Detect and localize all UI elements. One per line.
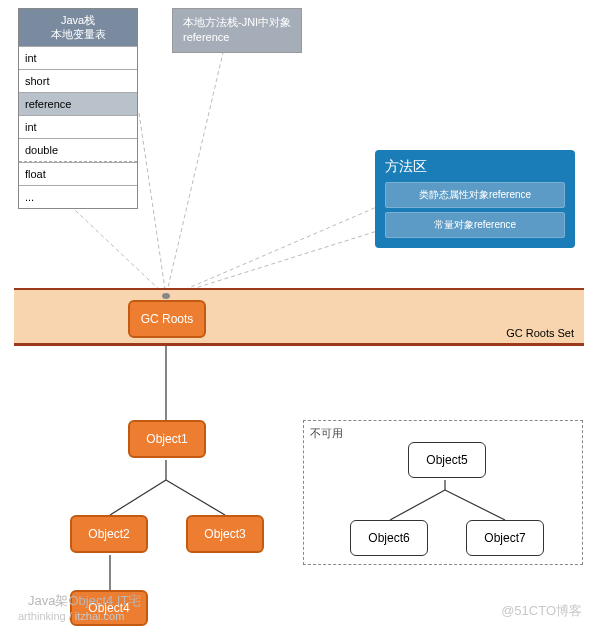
jni-line1: 本地方法栈-JNI中对象 <box>183 16 291 28</box>
gc-roots-set-band: GC Roots Set <box>14 288 584 346</box>
jni-line2: reference <box>183 31 229 43</box>
java-stack-header: Java栈 本地变量表 <box>19 9 137 46</box>
method-area-title: 方法区 <box>385 158 565 176</box>
unreachable-label: 不可用 <box>310 426 343 441</box>
object2-node: Object2 <box>70 515 148 553</box>
object7-node: Object7 <box>466 520 544 556</box>
method-area-item-static: 类静态属性对象reference <box>385 182 565 208</box>
svg-line-0 <box>139 113 166 296</box>
method-area-item-const: 常量对象reference <box>385 212 565 238</box>
method-area-box: 方法区 类静态属性对象reference 常量对象reference <box>375 150 575 248</box>
java-stack-row: float <box>19 162 137 185</box>
java-stack-row: reference <box>19 92 137 115</box>
object5-node: Object5 <box>408 442 486 478</box>
watermark-right: @51CTO博客 <box>501 602 582 620</box>
jni-reference-box: 本地方法栈-JNI中对象 reference <box>172 8 302 53</box>
java-stack-row: int <box>19 46 137 69</box>
java-stack-row: short <box>19 69 137 92</box>
gc-roots-node: GC Roots <box>128 300 206 338</box>
java-stack-header-line1: Java栈 <box>61 14 95 26</box>
java-stack-table: Java栈 本地变量表 intshortreferenceintdoublefl… <box>18 8 138 209</box>
svg-line-9 <box>166 480 225 515</box>
object3-node: Object3 <box>186 515 264 553</box>
java-stack-row: ... <box>19 185 137 208</box>
object1-node: Object1 <box>128 420 206 458</box>
watermark-left-2: arthinking / itzhai.com <box>18 610 124 622</box>
svg-line-2 <box>166 44 225 296</box>
gc-point-icon <box>162 293 170 299</box>
svg-line-8 <box>110 480 166 515</box>
svg-line-3 <box>170 194 407 296</box>
java-stack-row: double <box>19 138 137 162</box>
java-stack-row: int <box>19 115 137 138</box>
java-stack-header-line2: 本地变量表 <box>51 28 106 40</box>
watermark-left-1: Java架Object4 IT宅 <box>28 592 141 610</box>
svg-line-1 <box>60 196 166 296</box>
object6-node: Object6 <box>350 520 428 556</box>
gc-roots-set-label: GC Roots Set <box>506 327 574 339</box>
